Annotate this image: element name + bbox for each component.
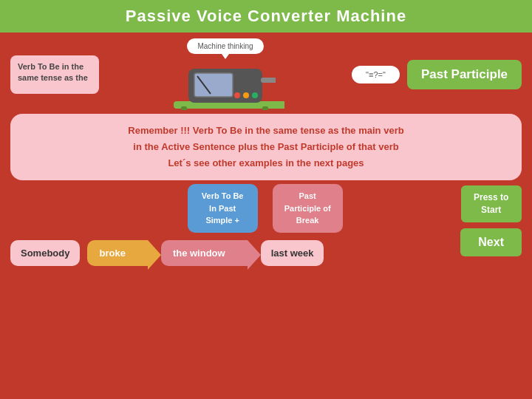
press-start-button[interactable]: Press to Start (461, 185, 522, 222)
remember-line3: Let´s see other examples in the next pag… (25, 155, 507, 171)
remember-line1: Remember !!! Verb To Be in the same tens… (25, 123, 507, 139)
remember-line2: in the Active Sentence plus the Past Par… (25, 139, 507, 155)
svg-point-10 (243, 92, 249, 98)
right-buttons: Press to Start Next (460, 184, 522, 256)
svg-rect-8 (276, 66, 284, 100)
verb-to-be-mid-label: Verb To Be In Past Simple + (188, 184, 258, 233)
last-week-card: last week (261, 240, 324, 266)
the-window-card: the window (161, 240, 248, 266)
past-participle-mid-label: Past Participle of Break (273, 184, 343, 233)
machine-illustration (166, 58, 284, 110)
svg-point-9 (234, 92, 240, 98)
machine-thinking-cloud: Machine thinking (187, 38, 263, 54)
svg-rect-2 (262, 106, 268, 110)
svg-rect-4 (194, 73, 233, 97)
output-cloud: "≡?=" (352, 66, 400, 83)
title-bar: Passive Voice Converter Machine (0, 0, 532, 33)
somebody-card: Somebody (10, 240, 80, 266)
broke-card: broke (87, 240, 147, 266)
remember-box: Remember !!! Verb To Be in the same tens… (10, 114, 522, 180)
app-container: Passive Voice Converter Machine Verb To … (0, 0, 532, 399)
mid-left: Verb To Be In Past Simple + Past Partici… (10, 184, 453, 266)
svg-point-11 (252, 92, 258, 98)
verb-to-be-box: Verb To Be in the same tense as the (10, 55, 99, 94)
svg-rect-1 (181, 106, 187, 110)
body: Verb To Be in the same tense as the Mach… (0, 33, 532, 399)
app-title: Passive Voice Converter Machine (126, 7, 406, 25)
word-row: Somebody broke the window (10, 240, 453, 266)
next-button[interactable]: Next (460, 228, 522, 256)
mid-labels-row: Verb To Be In Past Simple + Past Partici… (77, 184, 453, 233)
past-participle-label: Past Participle (407, 60, 522, 89)
top-row: Verb To Be in the same tense as the Mach… (10, 38, 522, 110)
mid-section: Verb To Be In Past Simple + Past Partici… (10, 184, 522, 266)
machine-center: Machine thinking (106, 38, 344, 110)
